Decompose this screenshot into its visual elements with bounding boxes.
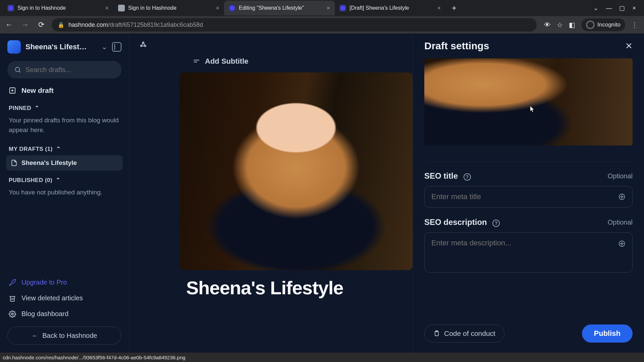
chevron-up-icon: ⌃ — [56, 177, 61, 184]
url-input[interactable]: 🔒 hashnode.com/draft/657125b819c1a9abc6c… — [52, 18, 537, 32]
plus-square-icon — [9, 87, 16, 94]
new-draft-label: New draft — [21, 86, 54, 95]
arrow-left-icon: ← — [32, 332, 38, 340]
seo-title-input[interactable] — [431, 192, 614, 201]
new-draft-button[interactable]: New draft — [0, 82, 129, 99]
optional-badge: Optional — [608, 219, 633, 226]
tab-title: Sign in to Hashnode — [17, 5, 102, 11]
sidebar: Sheena's Lifest… ⌄ New draft PINNED ⌃ Yo… — [0, 34, 129, 353]
ai-sparkle-icon[interactable] — [618, 240, 626, 247]
upgrade-pro-link[interactable]: Upgrade to Pro — [0, 275, 129, 290]
published-section-header[interactable]: PUBLISHED (0) ⌃ — [0, 171, 129, 186]
share-icon[interactable] — [139, 41, 402, 49]
close-icon[interactable]: × — [105, 5, 109, 12]
pinned-empty-text: Your pinned drafts from this blog would … — [0, 114, 129, 139]
chevron-up-icon: ⌃ — [35, 105, 40, 112]
url-path: /draft/657125b819c1a9abc6cab58d — [108, 21, 203, 28]
seo-desc-textarea[interactable] — [431, 239, 626, 266]
collapse-sidebar-icon[interactable] — [112, 42, 121, 52]
browser-chrome: Sign in to Hashnode × Sign in to Hashnod… — [0, 0, 644, 34]
tab-signin-1[interactable]: Sign in to Hashnode × — [3, 1, 113, 15]
add-subtitle-button[interactable]: Add Subtitle — [129, 49, 413, 72]
tab-title: Editing "Sheena's Lifestyle" — [239, 5, 323, 11]
mydrafts-section-header[interactable]: MY DRAFTS (1) ⌃ — [0, 139, 129, 155]
kebab-menu-icon[interactable]: ⋮ — [631, 21, 638, 29]
reload-icon[interactable]: ⟳ — [36, 20, 47, 29]
published-empty-text: You have not published anything. — [0, 186, 129, 202]
trash-icon — [9, 295, 16, 302]
seo-title-input-wrap[interactable] — [424, 186, 633, 207]
extensions-icon[interactable]: ◧ — [569, 21, 575, 29]
coc-label: Code of conduct — [444, 329, 495, 338]
view-deleted-link[interactable]: View deleted articles — [0, 290, 129, 306]
new-tab-button[interactable]: + — [448, 2, 460, 14]
bookmark-star-icon[interactable]: ☆ — [557, 21, 563, 29]
address-bar: ← → ⟳ 🔒 hashnode.com/draft/657125b819c1a… — [0, 16, 644, 34]
blog-dashboard-link[interactable]: Blog dashboard — [0, 306, 129, 322]
publish-button[interactable]: Publish — [582, 324, 633, 343]
window-close-icon[interactable]: × — [632, 5, 636, 12]
tab-title: [Draft] Sheena's Lifestyle — [350, 5, 434, 11]
draft-list-item[interactable]: Sheena's Lifestyle — [6, 155, 123, 171]
back-icon[interactable]: ← — [3, 20, 15, 29]
app-content: Sheena's Lifest… ⌄ New draft PINNED ⌃ Yo… — [0, 34, 644, 353]
help-icon[interactable]: ? — [464, 173, 471, 181]
svg-point-5 — [11, 313, 13, 315]
lock-icon: 🔒 — [58, 22, 64, 28]
chevron-up-icon: ⌃ — [56, 145, 61, 153]
document-icon — [11, 160, 17, 166]
svg-point-0 — [15, 67, 20, 72]
hashnode-favicon — [229, 5, 235, 11]
rocket-icon — [9, 279, 16, 286]
seo-desc-input-wrap[interactable] — [424, 232, 633, 273]
tab-editing[interactable]: Editing "Sheena's Lifestyle" × — [224, 1, 335, 15]
blog-switcher[interactable]: Sheena's Lifest… ⌄ — [0, 34, 129, 57]
search-drafts[interactable] — [7, 61, 121, 78]
og-image-preview[interactable] — [424, 58, 633, 145]
close-icon[interactable]: × — [326, 5, 330, 12]
divider — [424, 162, 633, 162]
pinned-section-header[interactable]: PINNED ⌃ — [0, 99, 129, 114]
search-input[interactable] — [25, 66, 115, 74]
deleted-label: View deleted articles — [21, 294, 83, 302]
photo-placeholder — [179, 72, 413, 270]
help-icon[interactable]: ? — [492, 220, 500, 227]
globe-favicon — [118, 5, 125, 11]
maximize-icon[interactable]: ▢ — [619, 4, 625, 12]
clipboard-icon — [433, 330, 440, 337]
subtitle-icon — [193, 58, 200, 65]
back-to-hashnode-button[interactable]: ← Back to Hashnode — [7, 326, 121, 345]
close-icon[interactable]: × — [437, 5, 441, 12]
incognito-label: Incognito — [597, 21, 621, 28]
hashnode-logo-icon — [7, 40, 21, 54]
seo-title-label: SEO title — [424, 171, 458, 180]
chevron-down-icon[interactable]: ⌄ — [593, 4, 598, 12]
hashnode-favicon — [7, 5, 14, 11]
close-icon[interactable]: × — [216, 5, 219, 12]
optional-badge: Optional — [608, 172, 633, 180]
cover-image[interactable] — [179, 72, 413, 270]
editor-area: Add Subtitle Sheena's Lifestyle — [129, 34, 413, 353]
tab-signin-2[interactable]: Sign in to Hashnode × — [113, 1, 224, 15]
url-host: hashnode.com — [68, 21, 108, 28]
close-icon[interactable]: ✕ — [625, 41, 633, 51]
settings-title: Draft settings — [424, 40, 489, 52]
incognito-indicator[interactable]: Incognito — [581, 18, 625, 31]
tab-draft[interactable]: [Draft] Sheena's Lifestyle × — [335, 1, 445, 15]
back-label: Back to Hashnode — [42, 332, 97, 340]
add-subtitle-label: Add Subtitle — [205, 57, 249, 66]
mydrafts-label: MY DRAFTS (1) — [9, 146, 53, 153]
article-title[interactable]: Sheena's Lifestyle — [129, 270, 413, 299]
eye-off-icon[interactable]: 👁 — [544, 21, 551, 29]
editor-toolbar — [129, 34, 413, 49]
ai-sparkle-icon[interactable] — [618, 193, 626, 200]
code-of-conduct-button[interactable]: Code of conduct — [424, 324, 504, 343]
blog-name: Sheena's Lifest… — [25, 43, 97, 51]
minimize-icon[interactable]: — — [606, 5, 612, 12]
upgrade-label: Upgrade to Pro — [21, 279, 67, 286]
seo-desc-label: SEO description — [424, 218, 487, 227]
forward-icon[interactable]: → — [19, 20, 31, 29]
draft-settings-panel: Draft settings ✕ SEO title ? Optional SE… — [413, 34, 644, 353]
photo-placeholder — [424, 58, 633, 145]
draft-item-title: Sheena's Lifestyle — [21, 159, 77, 167]
